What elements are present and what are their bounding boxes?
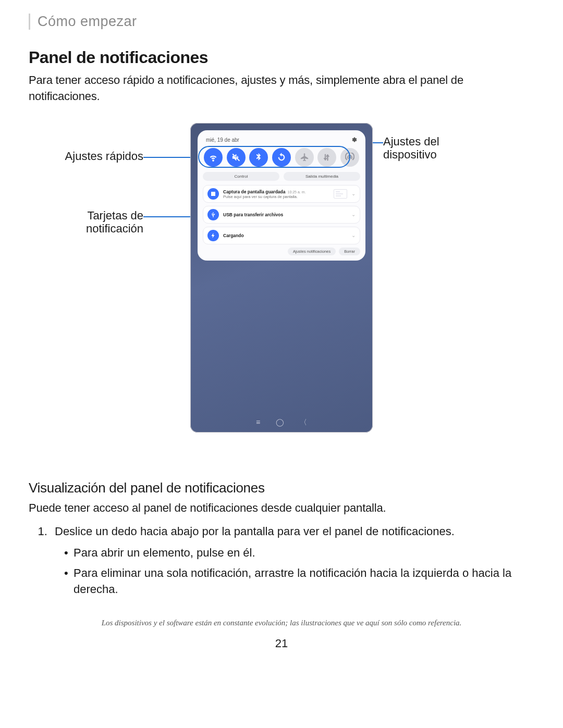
callout-notification-cards: Tarjetas de notificación — [29, 209, 143, 236]
qs-airplane-icon[interactable] — [295, 148, 314, 167]
qs-mute-icon[interactable] — [227, 148, 246, 167]
qs-wifi-icon[interactable] — [204, 148, 223, 167]
recents-icon[interactable]: ≡ — [256, 418, 260, 427]
step-text: Deslice un dedo hacia abajo por la panta… — [55, 525, 455, 538]
bolt-icon — [207, 230, 219, 241]
list-item: Deslice un dedo hacia abajo por la panta… — [51, 523, 534, 597]
callout-device-settings-l1: Ajustes del — [383, 135, 439, 148]
qs-bluetooth-icon[interactable] — [249, 148, 268, 167]
chevron-down-icon[interactable]: ⌄ — [351, 232, 356, 238]
qs-hotspot-icon[interactable] — [340, 148, 359, 167]
gear-icon[interactable] — [351, 137, 357, 144]
intro-text: Para tener acceso rápido a notificacione… — [29, 72, 534, 105]
notification-panel: mié, 19 de abr Control Salida — [198, 130, 365, 261]
home-icon[interactable]: ◯ — [276, 418, 284, 427]
tab-media-output[interactable]: Salida multimedia — [284, 172, 360, 181]
callout-quick-settings: Ajustes rápidos — [29, 150, 143, 163]
quick-settings-row — [203, 147, 360, 170]
notification-subtitle: Pulse aquí para ver su captura de pantal… — [223, 194, 329, 199]
chevron-down-icon[interactable]: ⌄ — [351, 212, 356, 217]
footnote: Los dispositivos y el software están en … — [29, 619, 534, 627]
page-number: 21 — [29, 637, 534, 650]
list-item: Para abrir un elemento, pulse en él. — [74, 545, 534, 561]
image-icon — [207, 188, 219, 200]
subsection-title: Visualización del panel de notificacione… — [29, 480, 534, 496]
chevron-down-icon[interactable]: ⌄ — [351, 191, 356, 196]
page-title: Panel de notificaciones — [29, 48, 534, 67]
usb-icon — [207, 209, 219, 220]
notification-card[interactable]: Cargando ⌄ — [203, 227, 360, 244]
notification-settings-button[interactable]: Ajustes notificaciones — [288, 248, 336, 255]
screenshot-thumbnail — [334, 189, 347, 199]
steps-list: Deslice un dedo hacia abajo por la panta… — [29, 523, 534, 597]
notification-card[interactable]: Captura de pantalla guardada10:25 a. m. … — [203, 185, 360, 203]
notification-title: Cargando — [223, 233, 347, 238]
qs-rotate-icon[interactable] — [272, 148, 291, 167]
android-navbar: ≡ ◯ 〈 — [190, 418, 373, 427]
back-icon[interactable]: 〈 — [300, 418, 307, 427]
notification-time: 10:25 a. m. — [288, 190, 306, 194]
subsection-body: Puede tener acceso al panel de notificac… — [29, 500, 534, 516]
notification-title: Captura de pantalla guardada — [223, 189, 286, 194]
notification-panel-diagram: Ajustes rápidos Tarjetas de notificación… — [29, 120, 534, 454]
clear-button[interactable]: Borrar — [339, 248, 360, 255]
list-item: Para eliminar una sola notificación, arr… — [74, 565, 534, 598]
phone-mockup: mié, 19 de abr Control Salida — [190, 123, 373, 433]
notification-title: USB para transferir archivos — [223, 212, 347, 217]
tab-control[interactable]: Control — [203, 172, 279, 181]
breadcrumb: Cómo empezar — [29, 14, 534, 30]
panel-date: mié, 19 de abr — [206, 137, 239, 143]
notification-card[interactable]: USB para transferir archivos ⌄ — [203, 206, 360, 224]
qs-data-icon[interactable] — [317, 148, 336, 167]
callout-device-settings: Ajustes del dispositivo — [383, 135, 487, 162]
callout-device-settings-l2: dispositivo — [383, 148, 437, 161]
